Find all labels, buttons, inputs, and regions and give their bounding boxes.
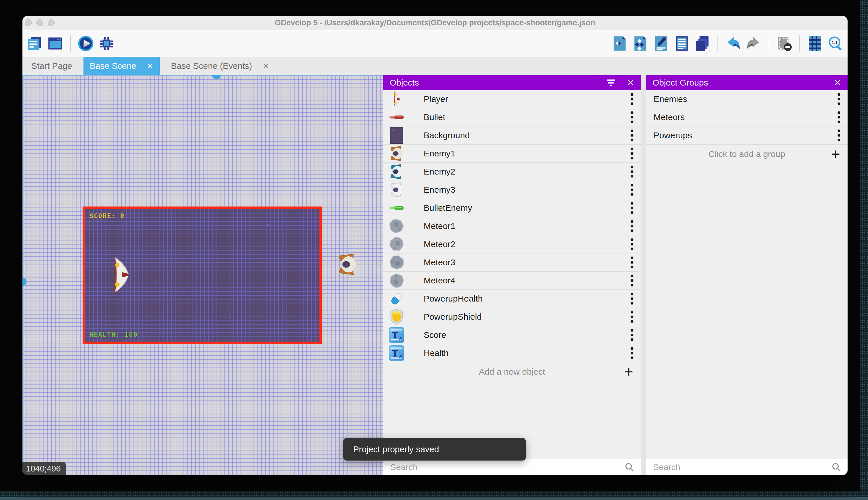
- vertical-scroll-thumb[interactable]: [22, 277, 26, 286]
- undo-icon[interactable]: [724, 34, 742, 53]
- project-manager-icon[interactable]: [25, 34, 44, 53]
- zoom-window-button[interactable]: [48, 19, 55, 26]
- scene-health-text: HEALTH: 100: [90, 331, 138, 338]
- kebab-menu-icon[interactable]: [630, 220, 634, 232]
- kebab-menu-icon[interactable]: [837, 129, 841, 142]
- kebab-menu-icon[interactable]: [837, 111, 841, 124]
- object-row[interactable]: Meteor2: [383, 235, 641, 253]
- kebab-menu-icon[interactable]: [630, 93, 634, 105]
- objects-panel-icon[interactable]: [610, 34, 629, 53]
- groups-search-input[interactable]: [646, 462, 831, 472]
- play-icon[interactable]: [77, 34, 95, 53]
- objects-list: Player Bullet Background Enemy1 Enemy2 E…: [383, 90, 641, 459]
- object-label: PowerupShield: [424, 312, 482, 322]
- kebab-menu-icon[interactable]: [630, 183, 634, 196]
- object-row[interactable]: Meteor3: [383, 253, 641, 272]
- traffic-lights: [25, 19, 55, 26]
- search-icon[interactable]: [624, 462, 634, 472]
- object-row[interactable]: Tx Health: [383, 344, 641, 362]
- object-groups-panel-icon[interactable]: [631, 34, 649, 53]
- group-row[interactable]: Enemies: [646, 90, 847, 108]
- minimize-window-button[interactable]: [36, 19, 43, 26]
- powerup-health-icon: [388, 290, 404, 307]
- object-label: Meteor2: [424, 239, 455, 249]
- instances-list-icon[interactable]: [672, 34, 691, 53]
- kebab-menu-icon[interactable]: [630, 202, 634, 214]
- plus-icon[interactable]: +: [624, 364, 633, 379]
- enemy1-ship-instance[interactable]: [336, 251, 359, 278]
- kebab-menu-icon[interactable]: [630, 129, 634, 142]
- properties-panel-icon[interactable]: [652, 34, 670, 53]
- add-object-row[interactable]: Add a new object +: [383, 362, 641, 381]
- kebab-menu-icon[interactable]: [630, 256, 634, 269]
- kebab-menu-icon[interactable]: [837, 93, 841, 105]
- object-row[interactable]: Bullet: [383, 108, 641, 126]
- svg-text:1:1: 1:1: [831, 40, 837, 45]
- close-icon[interactable]: ✕: [834, 78, 841, 87]
- editor-tab[interactable]: Start Page: [25, 57, 79, 75]
- scene-properties-icon[interactable]: [46, 34, 64, 53]
- svg-text:T: T: [392, 329, 398, 340]
- horizontal-scroll-thumb[interactable]: [212, 75, 221, 79]
- player-ship-instance[interactable]: [108, 255, 133, 295]
- group-row[interactable]: Meteors: [646, 108, 847, 126]
- object-row[interactable]: PowerupHealth: [383, 290, 641, 308]
- window-title: GDevelop 5 - /Users/dkarakay/Documents/G…: [22, 16, 847, 30]
- meteor3-icon: [388, 254, 404, 271]
- vertical-scroll-track[interactable]: [22, 75, 24, 475]
- save-toast: Project properly saved: [343, 438, 526, 461]
- kebab-menu-icon[interactable]: [630, 329, 634, 341]
- meteor1-icon: [388, 218, 404, 235]
- close-window-button[interactable]: [25, 19, 32, 26]
- object-row[interactable]: Background: [383, 126, 641, 145]
- group-label: Meteors: [654, 112, 685, 122]
- search-icon[interactable]: [831, 462, 841, 472]
- window-mask-icon[interactable]: [775, 34, 794, 53]
- window-titlebar: GDevelop 5 - /Users/dkarakay/Documents/G…: [22, 16, 847, 30]
- player-ship-icon: [388, 91, 404, 107]
- zoom-1-1-icon[interactable]: 1:1: [826, 34, 845, 53]
- filter-icon[interactable]: [606, 78, 616, 87]
- object-label: Player: [424, 94, 448, 104]
- scene-canvas[interactable]: SCORE: 0 HEALTH: 100 1040;496: [22, 75, 383, 475]
- object-row[interactable]: PowerupShield: [383, 308, 641, 326]
- tab-label: Start Page: [31, 61, 72, 71]
- object-row[interactable]: Enemy2: [383, 163, 641, 181]
- editor-tab[interactable]: Base Scene (Events) ✕: [165, 57, 275, 75]
- kebab-menu-icon[interactable]: [630, 147, 634, 160]
- object-row[interactable]: Meteor1: [383, 217, 641, 235]
- redo-icon[interactable]: [744, 34, 763, 53]
- grid-icon[interactable]: [806, 34, 824, 53]
- object-row[interactable]: Player: [383, 90, 641, 108]
- toolbar-left-group: [25, 34, 116, 53]
- horizontal-scroll-track[interactable]: [22, 75, 383, 76]
- objects-search-input[interactable]: [383, 462, 624, 472]
- layers-panel-icon[interactable]: [693, 34, 712, 53]
- object-label: Meteor4: [424, 276, 455, 285]
- object-label: Score: [424, 330, 446, 340]
- debug-icon[interactable]: [97, 34, 116, 53]
- group-row[interactable]: Powerups: [646, 126, 847, 145]
- desktop-wallpaper-edge: [860, 0, 868, 500]
- object-row[interactable]: Meteor4: [383, 272, 641, 290]
- object-groups-panel-header: Object Groups ✕: [646, 75, 847, 90]
- enemy3-ship-icon: [388, 181, 404, 198]
- close-icon[interactable]: ✕: [627, 78, 634, 87]
- editor-tab[interactable]: Base Scene ✕: [83, 57, 160, 75]
- kebab-menu-icon[interactable]: [630, 292, 634, 305]
- object-row[interactable]: BulletEnemy: [383, 199, 641, 217]
- plus-icon[interactable]: +: [831, 147, 840, 162]
- kebab-menu-icon[interactable]: [630, 347, 634, 360]
- add-group-row[interactable]: Click to add a group +: [646, 145, 847, 163]
- kebab-menu-icon[interactable]: [630, 238, 634, 251]
- kebab-menu-icon[interactable]: [630, 274, 634, 287]
- kebab-menu-icon[interactable]: [630, 165, 634, 178]
- meteor2-icon: [388, 236, 404, 253]
- close-tab-icon[interactable]: ✕: [262, 61, 269, 71]
- kebab-menu-icon[interactable]: [630, 111, 634, 124]
- kebab-menu-icon[interactable]: [630, 310, 634, 323]
- object-row[interactable]: Enemy3: [383, 181, 641, 199]
- close-tab-icon[interactable]: ✕: [147, 61, 153, 71]
- object-row[interactable]: Tx Score: [383, 326, 641, 344]
- object-row[interactable]: Enemy1: [383, 145, 641, 163]
